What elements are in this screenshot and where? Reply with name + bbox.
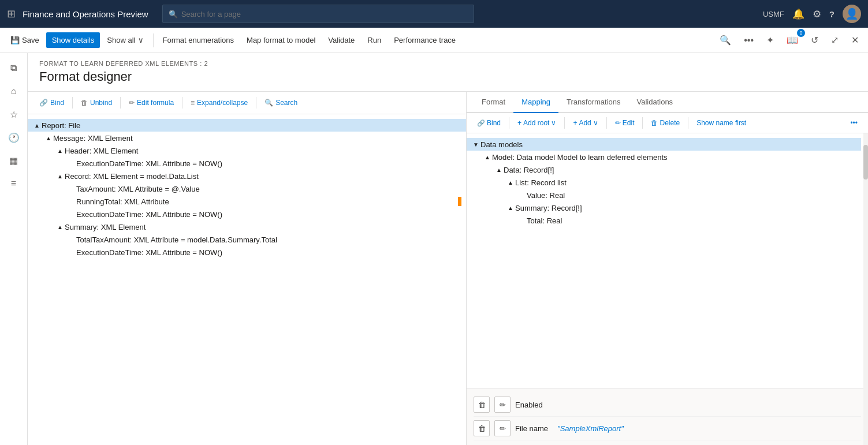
delete-icon: 🗑 xyxy=(651,119,658,127)
show-all-button[interactable]: Show all ∨ xyxy=(101,32,149,48)
right-toolbar: 🔗 Bind + Add root ∨ + Add ∨ xyxy=(467,113,868,133)
show-details-button[interactable]: Show details xyxy=(46,32,100,48)
sidebar-home-icon[interactable]: ⌂ xyxy=(3,81,24,102)
content-area: FORMAT TO LEARN DEFERRED XML ELEMENTS : … xyxy=(28,53,868,445)
tree-item[interactable]: TaxAmount: XML Attribute = @.Value xyxy=(28,182,466,195)
prop-delete-enabled[interactable]: 🗑 xyxy=(474,397,490,413)
search-input[interactable] xyxy=(181,10,468,18)
right-tree-item[interactable]: Value: Real xyxy=(467,189,861,201)
tree-item[interactable]: ▲Report: File xyxy=(28,119,466,132)
tree-item[interactable]: ▲Summary: XML Element xyxy=(28,220,466,233)
tabs-bar: FormatMappingTransformationsValidations xyxy=(467,92,868,113)
tree-item[interactable]: ExecutionDateTime: XML Attribute = NOW() xyxy=(28,246,466,259)
pin-button[interactable]: ✦ xyxy=(762,31,778,49)
tree-toggle-icon[interactable]: ▲ xyxy=(55,171,65,181)
add-root-button[interactable]: + Add root ∨ xyxy=(513,117,561,129)
right-tree-toggle-icon[interactable]: ▲ xyxy=(506,178,515,187)
right-tree-item[interactable]: ▲Summary: Record[!] xyxy=(467,201,861,214)
tree-item-label: ExecutionDateTime: XML Attribute = NOW() xyxy=(76,210,461,219)
bind-button[interactable]: 🔗 Bind xyxy=(35,96,69,109)
show-name-first-button[interactable]: Show name first xyxy=(692,117,751,129)
tree-item[interactable]: ExecutionDateTime: XML Attribute = NOW() xyxy=(28,157,466,170)
tree-item[interactable]: RunningTotal: XML Attribute xyxy=(28,195,466,208)
right-tree-toggle-icon[interactable]: ▲ xyxy=(483,152,492,162)
bind-icon: 🔗 xyxy=(39,99,48,107)
format-enumerations-button[interactable]: Format enumerations xyxy=(157,32,240,48)
bell-icon[interactable]: 🔔 xyxy=(792,8,804,20)
prop-edit-filename[interactable]: ✏ xyxy=(494,420,511,436)
property-row-filename: 🗑 ✏ File name "SampleXmlReport" xyxy=(474,417,861,440)
performance-trace-button[interactable]: Performance trace xyxy=(388,32,461,48)
tree-toggle-icon[interactable]: ▲ xyxy=(55,222,65,231)
tab-transformations[interactable]: Transformations xyxy=(558,92,628,113)
close-button[interactable]: ✕ xyxy=(847,31,863,49)
edit-formula-button[interactable]: ✏ Edit formula xyxy=(124,96,178,109)
right-tree-item-label: Summary: Record[!] xyxy=(515,204,856,212)
tree-item[interactable]: TotalTaxAmount: XML Attribute = model.Da… xyxy=(28,233,466,246)
addroot-chevron: ∨ xyxy=(551,119,556,127)
tree-toggle-icon[interactable]: ▲ xyxy=(55,146,65,155)
gear-icon[interactable]: ⚙ xyxy=(813,8,821,20)
right-tree-toggle-icon[interactable]: ▼ xyxy=(471,140,480,149)
rt-bind-button[interactable]: 🔗 Bind xyxy=(472,117,505,129)
tree-toggle-icon[interactable]: ▲ xyxy=(44,133,53,143)
tree-toggle-icon[interactable]: ▲ xyxy=(32,121,42,130)
right-tree-item[interactable]: ▲Model: Data model Model to learn deferr… xyxy=(467,151,861,163)
sidebar-workspace-icon[interactable]: ▦ xyxy=(3,150,24,171)
search-left-button[interactable]: 🔍 Search xyxy=(260,96,302,109)
main-layout: ⧉ ⌂ ☆ 🕐 ▦ ≡ FORMAT TO LEARN DEFERRED XML… xyxy=(0,53,868,445)
rt-sep3 xyxy=(606,117,607,129)
tab-mapping[interactable]: Mapping xyxy=(513,92,558,113)
tab-validations[interactable]: Validations xyxy=(628,92,681,113)
tree-item[interactable]: ▲Record: XML Element = model.Data.List xyxy=(28,170,466,182)
right-tree-toggle-icon[interactable]: ▲ xyxy=(506,203,515,212)
tree-item[interactable]: ▲Message: XML Element xyxy=(28,132,466,144)
tree-item-label: TotalTaxAmount: XML Attribute = model.Da… xyxy=(76,235,461,244)
grid-icon[interactable]: ⊞ xyxy=(7,8,16,20)
tree-item-label: Summary: XML Element xyxy=(65,223,461,231)
right-tree-item[interactable]: Total: Real xyxy=(467,214,861,227)
chevron-down-icon: ∨ xyxy=(138,36,144,44)
nav-right: USMF 🔔 ⚙ ? 👤 xyxy=(763,5,861,23)
top-nav: ⊞ Finance and Operations Preview 🔍 USMF … xyxy=(0,0,868,28)
left-toolbar: 🔗 Bind 🗑 Unbind ✏ Edit formula xyxy=(28,92,466,114)
tab-format[interactable]: Format xyxy=(474,92,513,113)
unbind-button[interactable]: 🗑 Unbind xyxy=(76,96,117,109)
rt-more-button[interactable]: ••• xyxy=(845,117,862,129)
validate-button[interactable]: Validate xyxy=(322,32,360,48)
right-tree-toggle-icon[interactable]: ▲ xyxy=(494,165,504,174)
sidebar-recent-icon[interactable]: 🕐 xyxy=(3,127,24,148)
right-tree: ▼Data models▲Model: Data model Model to … xyxy=(467,133,868,388)
map-format-button[interactable]: Map format to model xyxy=(241,32,321,48)
prop-delete-filename[interactable]: 🗑 xyxy=(474,420,490,436)
more-options-button[interactable]: ••• xyxy=(739,32,758,49)
search-toolbar-button[interactable]: 🔍 xyxy=(715,31,736,49)
run-button[interactable]: Run xyxy=(362,32,387,48)
tree-item[interactable]: ExecutionDateTime: XML Attribute = NOW() xyxy=(28,208,466,220)
right-tree-item[interactable]: ▲Data: Record[!] xyxy=(467,163,861,176)
sidebar-favorites-icon[interactable]: ☆ xyxy=(3,104,24,125)
sidebar-list-icon[interactable]: ≡ xyxy=(3,173,24,194)
right-scrollbar[interactable] xyxy=(863,133,868,445)
nav-search-box[interactable]: 🔍 xyxy=(162,5,474,23)
right-tree-item[interactable]: ▼Data models xyxy=(467,138,861,151)
prop-label-enabled: Enabled xyxy=(515,401,543,409)
help-icon[interactable]: ? xyxy=(829,9,835,19)
page-title: Format designer xyxy=(39,69,856,84)
avatar[interactable]: 👤 xyxy=(843,5,861,23)
breadcrumb: FORMAT TO LEARN DEFERRED XML ELEMENTS : … xyxy=(39,60,856,67)
sidebar-filter-icon[interactable]: ⧉ xyxy=(3,58,24,78)
delete-button[interactable]: 🗑 Delete xyxy=(646,117,684,129)
save-button[interactable]: 💾 Save xyxy=(5,32,45,48)
add-button[interactable]: + Add ∨ xyxy=(568,117,602,129)
tree-item[interactable]: ▲Header: XML Element xyxy=(28,144,466,157)
toolbar-right-actions: 🔍 ••• ✦ 📖 0 ↺ ⤢ ✕ xyxy=(715,31,863,49)
popout-button[interactable]: ⤢ xyxy=(826,31,843,49)
edit-button[interactable]: ✏ Edit xyxy=(610,117,639,129)
expand-collapse-button[interactable]: ≡ Expand/collapse xyxy=(186,96,252,109)
right-tree-item[interactable]: ▲List: Record list xyxy=(467,176,861,189)
left-panel: 🔗 Bind 🗑 Unbind ✏ Edit formula xyxy=(28,92,467,445)
prop-edit-enabled[interactable]: ✏ xyxy=(494,397,511,413)
refresh-button[interactable]: ↺ xyxy=(806,31,823,49)
scrollbar-thumb[interactable] xyxy=(863,145,868,180)
